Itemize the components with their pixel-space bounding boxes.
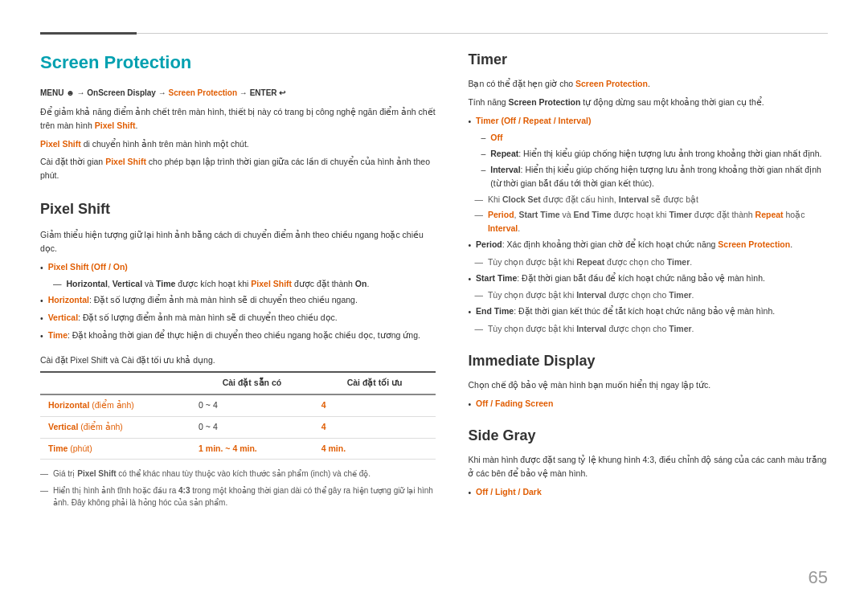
table-row: Time (phút) 1 min. ~ 4 min. 4 min. [40, 438, 436, 460]
bullet-timer-options: • Timer (Off / Repeat / Interval) [468, 114, 828, 129]
bullet-start-time: • Start Time: Đặt thời gian bắt đầu để k… [468, 272, 828, 286]
note-period-start-end: — Period, Start Time và End Time được ho… [474, 208, 828, 235]
sub-text: Horizontal, Vertical và Time được kích h… [67, 277, 370, 291]
pixel-shift-heading: Pixel Shift [40, 198, 436, 220]
left-column: Screen Protection MENU ☻ → OnScreen Disp… [40, 49, 436, 514]
bullet-timer-text: Timer (Off / Repeat / Interval) [476, 114, 591, 128]
sub-dash: — [53, 277, 62, 291]
bullet-period-text: Period: Xác định khoảng thời gian chờ để… [476, 238, 792, 251]
bullet-dot-period: • [468, 239, 471, 252]
row-optimal-vertical: 4 [313, 416, 436, 438]
note-text-clock: Khi Clock Set được đặt cấu hình, Interva… [488, 193, 698, 206]
immediate-display-desc: Chọn chế độ bảo vệ màn hình bạn muốn hiể… [468, 378, 828, 392]
sub-dash-repeat: – [481, 147, 485, 161]
timer-section: Timer Bạn có thể đặt hẹn giờ cho Screen … [468, 49, 828, 336]
sub-interval: – Interval: Hiển thị kiểu giúp chống hiệ… [481, 163, 828, 190]
bullet-period: • Period: Xác định khoảng thời gian chờ … [468, 238, 828, 252]
side-gray-desc: Khi màn hình được đặt sang tỷ lệ khung h… [468, 453, 828, 480]
pixel-shift-table: Cài đặt sẵn có Cài đặt tối ưu Horizontal… [40, 371, 436, 460]
footnote-text-1: Giá trị Pixel Shift có thể khác nhau tùy… [53, 468, 371, 480]
bullet-dot-v: • [40, 312, 43, 325]
footnote-section: — Giá trị Pixel Shift có thể khác nhau t… [40, 468, 436, 509]
bullet-text: Pixel Shift (Off / On) [48, 260, 128, 274]
page-container: Screen Protection MENU ☻ → OnScreen Disp… [0, 0, 868, 546]
bullet-dot-h: • [40, 294, 43, 308]
footnote-2: — Hiển thị hình ảnh tĩnh hoặc đầu ra 4:3… [40, 484, 436, 509]
pixel-shift-desc: Giảm thiểu hiện tượng giữ lại hình ảnh b… [40, 228, 436, 255]
bullet-sg-text: Off / Light / Dark [476, 485, 542, 499]
note-dash-e: — [474, 322, 483, 336]
footnote-1: — Giá trị Pixel Shift có thể khác nhau t… [40, 468, 436, 480]
sub-text-repeat: Repeat: Hiển thị kiểu giúp chống hiện tư… [490, 147, 821, 161]
menu-path-text: MENU ☻ → OnScreen Display → Screen Prote… [40, 88, 285, 97]
bullet-dot-end: • [468, 305, 471, 319]
row-optimal-horizontal: 4 [313, 394, 436, 416]
top-rule-accent [40, 32, 137, 35]
immediate-display-heading: Immediate Display [468, 350, 828, 372]
bullet-dot-t: • [40, 329, 43, 343]
timer-intro1: Bạn có thể đặt hẹn giờ cho Screen Protec… [468, 77, 828, 91]
side-gray-heading: Side Gray [468, 425, 828, 447]
note-dash-1: — [474, 193, 483, 206]
timer-heading: Timer [468, 49, 828, 71]
sub-bullet-horizontal-vertical: — Horizontal, Vertical và Time được kích… [53, 277, 436, 291]
row-range-vertical: 0 ~ 4 [190, 416, 313, 438]
table-header-label [40, 372, 190, 394]
top-rule-line [137, 33, 828, 34]
table-caption: Cài đặt Pixel Shift và Cài đặt tối ưu kh… [40, 354, 436, 367]
note-period-sub: — Tùy chọn được bật khi Repeat được chọn… [474, 255, 828, 269]
bullet-end-text: End Time: Đặt thời gian kết thúc để tắt … [476, 304, 775, 318]
sub-text-interval: Interval: Hiển thị kiểu giúp chống hiện … [490, 163, 828, 190]
footnote-dash-2: — [40, 484, 48, 497]
right-column: Timer Bạn có thể đặt hẹn giờ cho Screen … [468, 49, 828, 514]
bullet-dot: • [40, 261, 43, 275]
bullet-end-time: • End Time: Đặt thời gian kết thúc để tắ… [468, 304, 828, 319]
bullet-text-v: Vertical: Đặt số lượng điểm ảnh mà màn h… [48, 311, 338, 325]
table-row: Vertical (điểm ảnh) 0 ~ 4 4 [40, 416, 436, 438]
bullet-dot-sg: • [468, 486, 471, 500]
note-end-sub-text: Tùy chọn được bật khi Interval được chọn… [488, 322, 694, 336]
footnote-dash-1: — [40, 468, 48, 480]
note-start-sub-text: Tùy chọn được bật khi Interval được chọn… [488, 288, 694, 302]
row-range-time: 1 min. ~ 4 min. [190, 438, 313, 460]
bullet-side-gray: • Off / Light / Dark [468, 485, 828, 500]
table-section: Cài đặt Pixel Shift và Cài đặt tối ưu kh… [40, 354, 436, 460]
note-dash-p: — [474, 255, 483, 269]
note-text-period: Period, Start Time và End Time được hoạt… [488, 208, 828, 235]
intro-line-2: Pixel Shift di chuyển hình ảnh trên màn … [40, 137, 436, 151]
bullet-imm-text: Off / Fading Screen [476, 397, 553, 411]
side-gray-section: Side Gray Khi màn hình được đặt sang tỷ … [468, 425, 828, 499]
immediate-display-section: Immediate Display Chọn chế độ bảo vệ màn… [468, 350, 828, 411]
bullet-vertical: • Vertical: Đặt số lượng điểm ảnh mà màn… [40, 311, 436, 325]
note-start-sub: — Tùy chọn được bật khi Interval được ch… [474, 288, 828, 302]
timer-intro2: Tính năng Screen Protection tự động dừng… [468, 96, 828, 109]
table-row: Horizontal (điểm ảnh) 0 ~ 4 4 [40, 394, 436, 416]
note-clock-set: — Khi Clock Set được đặt cấu hình, Inter… [474, 193, 828, 206]
footnote-text-2: Hiển thị hình ảnh tĩnh hoặc đầu ra 4:3 t… [53, 484, 436, 509]
content-columns: Screen Protection MENU ☻ → OnScreen Disp… [40, 49, 828, 514]
bullet-dot-start: • [468, 272, 471, 286]
bullet-time: • Time: Đặt khoảng thời gian để thực hiệ… [40, 329, 436, 343]
row-range-horizontal: 0 ~ 4 [190, 394, 313, 416]
sub-off: – Off [481, 131, 828, 145]
bullet-dot-timer: • [468, 115, 471, 129]
page-number: 65 [809, 564, 828, 591]
row-label-horizontal: Horizontal (điểm ảnh) [40, 394, 190, 416]
note-dash-2: — [474, 208, 483, 222]
note-end-sub: — Tùy chọn được bật khi Interval được ch… [474, 322, 828, 336]
bullet-text-h: Horizontal: Đặt số lượng điểm ảnh mà màn… [48, 293, 358, 307]
bullet-dot-imm: • [468, 398, 471, 411]
table-header-available: Cài đặt sẵn có [190, 372, 313, 394]
sub-dash-off: – [481, 131, 485, 145]
intro-line-3: Cài đặt thời gian Pixel Shift cho phép b… [40, 155, 436, 182]
top-rule [40, 32, 828, 35]
sub-repeat: – Repeat: Hiển thị kiểu giúp chống hiện … [481, 147, 828, 161]
sub-text-off: Off [490, 131, 502, 145]
row-label-vertical: Vertical (điểm ảnh) [40, 416, 190, 438]
bullet-immediate: • Off / Fading Screen [468, 397, 828, 411]
bullet-horizontal: • Horizontal: Đặt số lượng điểm ảnh mà m… [40, 293, 436, 308]
bullet-start-text: Start Time: Đặt thời gian bắt đầu để kíc… [476, 272, 765, 285]
bullet-text-t: Time: Đặt khoảng thời gian để thực hiện … [48, 329, 420, 342]
bullet-pixel-shift-onoff: • Pixel Shift (Off / On) [40, 260, 436, 275]
intro-line-1: Để giảm khả năng điểm ảnh chết trên màn … [40, 105, 436, 133]
